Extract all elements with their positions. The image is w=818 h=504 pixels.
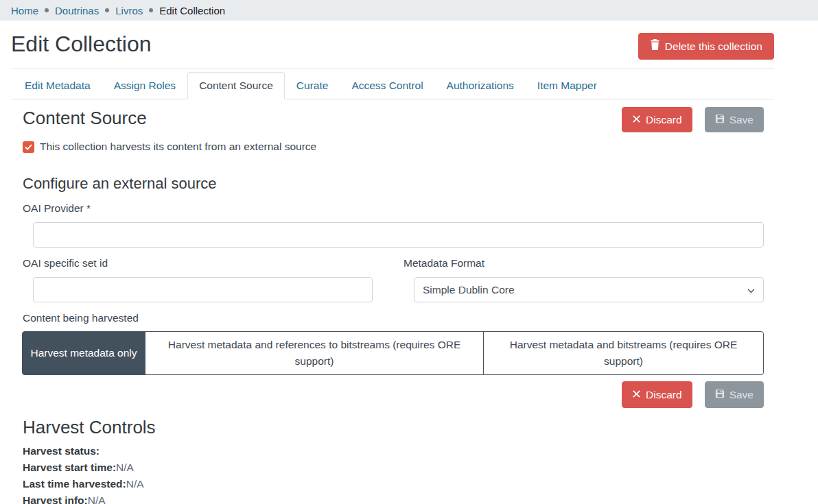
harvest-checkbox[interactable]: [23, 141, 34, 153]
harvest-type-group: Harvest metadata only Harvest metadata a…: [22, 331, 764, 375]
oai-provider-label: OAI Provider *: [23, 202, 764, 215]
metadata-format-select[interactable]: Simple Dublin Core: [414, 277, 764, 302]
save-icon: [715, 387, 725, 402]
close-icon: [632, 112, 641, 127]
content-source-heading: Content Source: [23, 107, 147, 129]
harvest-option-metadata-only[interactable]: Harvest metadata only: [22, 331, 145, 375]
breadcrumb-link-doutrinas[interactable]: Doutrinas: [55, 5, 99, 16]
page-title: Edit Collection: [11, 31, 152, 57]
save-label: Save: [729, 112, 753, 127]
breadcrumb-link-home[interactable]: Home: [11, 5, 38, 16]
tab-access-control[interactable]: Access Control: [340, 72, 434, 99]
breadcrumb: Home Doutrinas Livros Edit Collection: [11, 5, 225, 16]
check-icon: [25, 141, 32, 153]
breadcrumb-bar: Home Doutrinas Livros Edit Collection: [0, 0, 818, 21]
save-label: Save: [729, 387, 753, 402]
harvest-option-metadata-and-bitstreams[interactable]: Harvest metadata and bitstreams (require…: [483, 331, 764, 375]
tab-curate[interactable]: Curate: [285, 72, 340, 99]
save-icon: [715, 112, 725, 127]
page-header: Edit Collection Delete this collection: [11, 31, 774, 60]
harvest-start-row: Harvest start time:N/A: [23, 459, 764, 476]
tab-authorizations[interactable]: Authorizations: [435, 72, 526, 99]
breadcrumb-separator-icon: [45, 8, 49, 12]
chevron-down-icon: [747, 284, 755, 296]
oai-provider-input[interactable]: [33, 222, 764, 248]
breadcrumb-link-livros[interactable]: Livros: [115, 5, 143, 16]
delete-collection-label: Delete this collection: [665, 39, 762, 53]
harvest-controls-heading: Harvest Controls: [23, 416, 764, 438]
harvest-status-label: Harvest status:: [23, 445, 100, 457]
harvest-option-metadata-and-references[interactable]: Harvest metadata and references to bitst…: [145, 331, 484, 375]
save-button-top[interactable]: Save: [705, 107, 764, 132]
discard-label: Discard: [646, 387, 682, 402]
save-button-bottom[interactable]: Save: [705, 381, 764, 408]
oai-set-input[interactable]: [33, 277, 373, 302]
trash-icon: [650, 39, 660, 53]
harvest-checkbox-label[interactable]: This collection harvests its content fro…: [40, 141, 316, 153]
harvest-start-value: N/A: [116, 461, 134, 473]
content-harvested-label: Content being harvested: [23, 312, 764, 324]
harvest-info-row: Harvest info:N/A: [23, 492, 764, 504]
breadcrumb-separator-icon: [149, 8, 153, 12]
discard-button-bottom[interactable]: Discard: [622, 381, 692, 408]
metadata-format-value: Simple Dublin Core: [423, 284, 515, 296]
harvest-status-row: Harvest status:: [23, 443, 764, 459]
bottom-action-buttons: Discard Save: [23, 381, 764, 408]
top-action-buttons: Discard Save: [622, 107, 764, 132]
harvest-checkbox-row: This collection harvests its content fro…: [23, 141, 764, 153]
tab-assign-roles[interactable]: Assign Roles: [102, 72, 187, 99]
breadcrumb-current: Edit Collection: [159, 5, 225, 16]
discard-label: Discard: [646, 112, 682, 127]
main-container: Edit Collection Delete this collection E…: [11, 31, 774, 504]
metadata-format-label: Metadata Format: [404, 257, 764, 269]
harvest-info-label: Harvest info:: [23, 494, 88, 504]
last-harvested-label: Last time harvested:: [23, 478, 126, 490]
delete-collection-button[interactable]: Delete this collection: [638, 33, 774, 60]
last-harvested-row: Last time harvested:N/A: [23, 476, 764, 492]
harvest-status-block: Harvest status: Harvest start time:N/A L…: [23, 443, 764, 504]
oai-set-label: OAI specific set id: [23, 257, 373, 269]
tab-content-source[interactable]: Content Source: [187, 72, 285, 99]
harvest-info-value: N/A: [88, 494, 106, 504]
tab-edit-metadata[interactable]: Edit Metadata: [13, 72, 102, 99]
last-harvested-value: N/A: [126, 478, 144, 490]
close-icon: [632, 387, 641, 402]
content-source-panel: Content Source Discard Save: [11, 107, 774, 504]
header-divider: [11, 68, 774, 69]
breadcrumb-separator-icon: [105, 8, 109, 12]
harvest-start-label: Harvest start time:: [23, 461, 116, 473]
external-source-heading: Configure an external source: [23, 174, 764, 193]
discard-button-top[interactable]: Discard: [622, 107, 692, 132]
tab-item-mapper[interactable]: Item Mapper: [526, 72, 609, 99]
tab-bar: Edit Metadata Assign Roles Content Sourc…: [11, 72, 774, 99]
